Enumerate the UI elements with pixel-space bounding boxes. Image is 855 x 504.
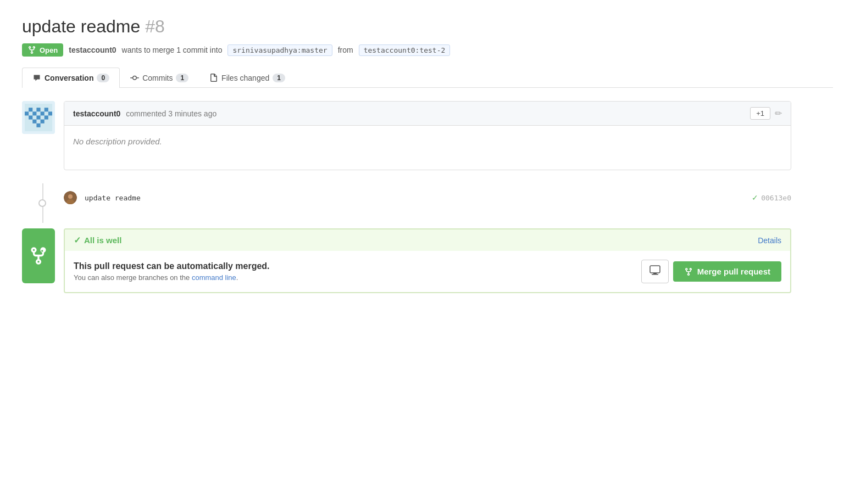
tab-conversation-count: 0 (97, 74, 109, 82)
svg-rect-6 (41, 111, 45, 115)
svg-rect-12 (41, 120, 45, 124)
status-text: Open (40, 46, 58, 54)
reaction-button[interactable]: +1 (750, 107, 770, 120)
tab-conversation-label: Conversation (45, 74, 93, 82)
merge-subtitle: You can also merge branches on the comma… (74, 273, 270, 282)
comment-body: No description provided. (64, 126, 791, 170)
svg-rect-7 (48, 111, 52, 115)
tab-files-changed-count: 1 (273, 74, 285, 82)
files-changed-icon (209, 74, 218, 82)
svg-rect-5 (32, 111, 36, 115)
svg-rect-13 (36, 124, 40, 127)
commit-sha-text: 00613e0 (761, 194, 791, 202)
commit-dot (38, 199, 46, 207)
tab-commits-label: Commits (142, 74, 173, 82)
merge-link-suffix: . (236, 273, 238, 282)
check-icon: ✓ (74, 235, 81, 245)
commit-avatar (64, 191, 77, 204)
svg-rect-9 (36, 115, 40, 119)
commit-sha: ✓ 00613e0 (752, 193, 791, 202)
merge-text: This pull request can be automatically m… (74, 261, 270, 282)
pr-from-text: from (338, 46, 353, 54)
pr-author: testaccount0 (69, 46, 116, 54)
commit-user-avatar-svg (64, 191, 77, 204)
base-branch-label[interactable]: srinivasupadhya:master (227, 44, 332, 56)
svg-rect-4 (25, 111, 29, 115)
svg-rect-18 (653, 273, 657, 274)
conversation-icon (32, 74, 41, 82)
merge-status-label: All is well (84, 236, 121, 245)
comment-author-area: testaccount0 commented 3 minutes ago (73, 109, 216, 118)
comment-actions: +1 ✏ (750, 107, 782, 120)
merge-title: This pull request can be automatically m… (74, 261, 270, 271)
svg-point-15 (68, 194, 73, 199)
merge-pull-request-button[interactable]: Merge pull request (673, 261, 781, 282)
pixel-avatar-svg (25, 104, 52, 131)
svg-rect-10 (45, 115, 48, 119)
pr-title: update readme #8 (22, 16, 833, 37)
merge-status: ✓ All is well (74, 235, 121, 245)
merge-section: ✓ All is well Details This pull request … (22, 228, 791, 293)
tabs-bar: Conversation 0 Commits 1 Files changed 1 (22, 68, 833, 88)
merge-subtitle-text: You can also merge branches on the (74, 273, 190, 282)
merge-body: This pull request can be automatically m… (65, 251, 790, 292)
svg-rect-1 (29, 108, 32, 111)
tab-commits[interactable]: Commits 1 (120, 68, 199, 88)
comment-block: testaccount0 commented 3 minutes ago +1 … (22, 101, 791, 170)
svg-rect-11 (32, 120, 36, 124)
commits-icon (130, 74, 139, 82)
svg-rect-3 (45, 108, 48, 111)
comment-header: testaccount0 commented 3 minutes ago +1 … (64, 102, 791, 126)
commit-area: update readme ✓ 00613e0 (64, 183, 791, 223)
pr-meta: Open testaccount0 wants to merge 1 commi… (22, 43, 833, 57)
comment-author[interactable]: testaccount0 (73, 109, 120, 118)
merge-content: ✓ All is well Details This pull request … (64, 228, 791, 293)
monitor-button[interactable] (641, 260, 669, 283)
git-merge-icon (27, 46, 36, 54)
content-area: testaccount0 commented 3 minutes ago +1 … (22, 101, 791, 293)
merge-command-line-link[interactable]: command line (192, 273, 236, 282)
pr-meta-text: wants to merge 1 commit into (122, 46, 223, 54)
comment-box: testaccount0 commented 3 minutes ago +1 … (64, 101, 791, 170)
merge-details-link[interactable]: Details (758, 236, 781, 245)
monitor-icon (649, 265, 660, 276)
tab-conversation[interactable]: Conversation 0 (22, 68, 120, 88)
tab-files-changed[interactable]: Files changed 1 (199, 68, 296, 88)
merge-button-icon (684, 267, 693, 276)
tab-files-changed-label: Files changed (221, 74, 269, 82)
svg-rect-17 (650, 266, 660, 273)
merge-git-icon (29, 246, 48, 266)
commit-item: update readme ✓ 00613e0 (64, 183, 791, 212)
pr-number: #8 (145, 16, 165, 36)
merge-button-label: Merge pull request (697, 267, 770, 276)
svg-rect-19 (652, 274, 658, 275)
pr-title-text: update readme (22, 16, 140, 36)
head-branch-label[interactable]: testaccount0:test-2 (359, 44, 451, 56)
comment-body-text: No description provided. (73, 137, 782, 146)
merge-header: ✓ All is well Details (65, 229, 790, 251)
edit-icon[interactable]: ✏ (775, 108, 782, 119)
merge-icon-box (22, 228, 55, 283)
svg-rect-8 (29, 115, 32, 119)
status-badge: Open (22, 43, 63, 57)
commit-message: update readme (85, 194, 744, 202)
commit-check-icon: ✓ (752, 193, 758, 202)
merge-buttons: Merge pull request (641, 260, 781, 283)
comment-time: commented 3 minutes ago (126, 109, 216, 118)
svg-rect-2 (36, 108, 40, 111)
tab-commits-count: 1 (176, 74, 188, 82)
avatar (22, 101, 55, 134)
